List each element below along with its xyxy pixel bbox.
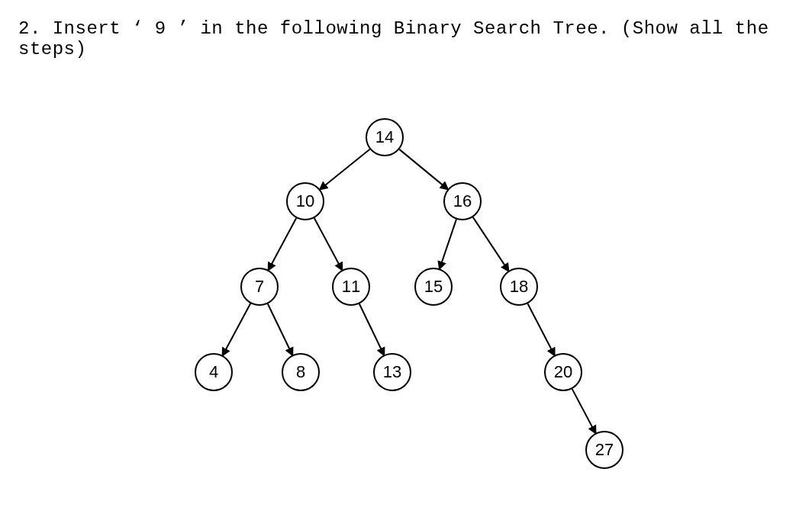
tree-node-4: 4 (195, 353, 233, 391)
tree-edge (268, 304, 292, 355)
tree-edge (359, 304, 384, 355)
node-value: 7 (255, 277, 264, 297)
tree-node-11: 11 (332, 268, 370, 306)
node-value: 8 (296, 362, 305, 382)
tree-edges (0, 0, 812, 517)
tree-edge (527, 303, 554, 355)
tree-edge (473, 217, 508, 271)
node-value: 27 (595, 440, 614, 460)
node-value: 4 (209, 362, 218, 382)
bst-diagram: 141016711151848132027 (0, 0, 812, 517)
tree-node-13: 13 (373, 353, 411, 391)
node-value: 16 (453, 191, 472, 211)
tree-node-8: 8 (282, 353, 320, 391)
node-value: 20 (554, 362, 572, 382)
tree-node-16: 16 (443, 182, 482, 220)
tree-node-14: 14 (366, 118, 404, 156)
tree-node-20: 20 (544, 353, 582, 391)
tree-node-10: 10 (286, 182, 324, 220)
tree-edge (572, 389, 596, 433)
tree-edge (223, 303, 250, 355)
tree-edge (320, 149, 369, 190)
node-value: 13 (383, 362, 401, 382)
node-value: 18 (510, 277, 528, 297)
tree-node-15: 15 (414, 268, 453, 306)
tree-edge (399, 149, 447, 189)
tree-node-18: 18 (500, 268, 538, 306)
tree-edge (269, 218, 296, 270)
tree-edge (314, 218, 342, 270)
tree-edge (440, 220, 456, 269)
node-value: 11 (342, 277, 360, 297)
tree-node-7: 7 (240, 268, 279, 306)
node-value: 14 (375, 127, 394, 147)
tree-node-27: 27 (585, 431, 624, 469)
node-value: 15 (424, 277, 443, 297)
node-value: 10 (296, 191, 314, 211)
